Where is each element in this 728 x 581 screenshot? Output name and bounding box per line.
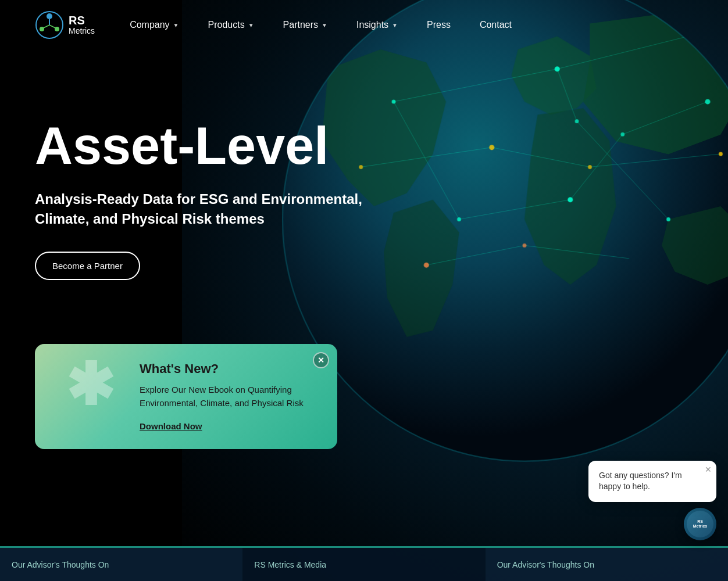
become-partner-button[interactable]: Become a Partner bbox=[35, 252, 140, 280]
popup-asterisk-icon: ✱ bbox=[52, 356, 128, 414]
svg-point-32 bbox=[47, 13, 52, 19]
chat-button-inner: RS Metrics bbox=[687, 511, 713, 537]
bottom-card-3[interactable]: Our Advisor's Thoughts On bbox=[486, 546, 728, 581]
svg-point-21 bbox=[705, 99, 711, 105]
popup-title: What's New? bbox=[140, 361, 320, 376]
nav-item-press[interactable]: Press bbox=[427, 20, 451, 30]
download-now-button[interactable]: Download Now bbox=[140, 421, 202, 431]
nav-item-products[interactable]: Products ▼ bbox=[208, 20, 254, 30]
popup-close-button[interactable]: ✕ bbox=[313, 352, 329, 368]
nav-item-insights[interactable]: Insights ▼ bbox=[356, 20, 398, 30]
bottom-card-3-text: Our Advisor's Thoughts On bbox=[497, 560, 594, 569]
svg-point-22 bbox=[575, 119, 579, 123]
logo-metrics: Metrics bbox=[69, 27, 95, 35]
popup-content: What's New? Explore Our New Ebook on Qua… bbox=[140, 361, 320, 432]
logo-icon bbox=[35, 10, 64, 40]
hero-section: Asset-Level Analysis-Ready Data for ESG … bbox=[0, 50, 407, 344]
nav-link-company[interactable]: Company ▼ bbox=[130, 20, 179, 30]
nav-link-contact[interactable]: Contact bbox=[480, 20, 512, 30]
nav-item-partners[interactable]: Partners ▼ bbox=[283, 20, 327, 30]
hero-title: Asset-Level bbox=[35, 120, 372, 172]
svg-point-35 bbox=[55, 27, 59, 31]
svg-point-25 bbox=[489, 145, 494, 150]
popup-description: Explore Our New Ebook on Quantifying Env… bbox=[140, 383, 320, 410]
svg-line-36 bbox=[44, 25, 49, 28]
chat-bubble-close-button[interactable]: ✕ bbox=[705, 465, 712, 474]
whats-new-popup: ✱ What's New? Explore Our New Ebook on Q… bbox=[35, 344, 337, 449]
chat-widget: ✕ Got any questions? I'm happy to help. … bbox=[588, 461, 716, 540]
svg-point-29 bbox=[523, 243, 527, 248]
bottom-cards: Our Advisor's Thoughts On RS Metrics & M… bbox=[0, 546, 728, 581]
logo-rs: RS bbox=[69, 14, 95, 27]
nav-item-company[interactable]: Company ▼ bbox=[130, 20, 179, 30]
svg-point-27 bbox=[719, 152, 723, 156]
chat-bubble-text: Got any questions? I'm happy to help. bbox=[599, 470, 706, 493]
svg-point-18 bbox=[457, 217, 461, 221]
nav-link-insights[interactable]: Insights ▼ bbox=[356, 20, 398, 30]
close-icon: ✕ bbox=[705, 465, 712, 474]
bottom-card-1[interactable]: Our Advisor's Thoughts On bbox=[0, 546, 242, 581]
svg-point-26 bbox=[588, 165, 592, 169]
svg-point-28 bbox=[424, 263, 429, 268]
svg-point-20 bbox=[620, 132, 624, 137]
bottom-card-2-text: RS Metrics & Media bbox=[254, 560, 326, 569]
chevron-down-icon: ▼ bbox=[392, 22, 398, 28]
svg-line-37 bbox=[49, 25, 55, 28]
navigation: RS Metrics Company ▼ Products ▼ Partners… bbox=[0, 0, 728, 50]
nav-link-products[interactable]: Products ▼ bbox=[208, 20, 254, 30]
svg-point-34 bbox=[40, 27, 44, 31]
chat-open-button[interactable]: RS Metrics bbox=[684, 508, 716, 540]
nav-links: Company ▼ Products ▼ Partners ▼ Insights… bbox=[130, 20, 512, 30]
hero-subtitle: Analysis-Ready Data for ESG and Environm… bbox=[35, 189, 372, 228]
close-icon: ✕ bbox=[317, 356, 324, 365]
nav-link-partners[interactable]: Partners ▼ bbox=[283, 20, 327, 30]
svg-point-16 bbox=[555, 66, 560, 71]
chat-logo: RS Metrics bbox=[693, 519, 708, 528]
svg-point-19 bbox=[568, 197, 573, 202]
chevron-down-icon: ▼ bbox=[248, 22, 254, 28]
bottom-card-1-text: Our Advisor's Thoughts On bbox=[12, 560, 109, 569]
nav-item-contact[interactable]: Contact bbox=[480, 20, 512, 30]
chevron-down-icon: ▼ bbox=[322, 22, 327, 28]
chat-bubble: ✕ Got any questions? I'm happy to help. bbox=[588, 461, 716, 502]
svg-point-23 bbox=[666, 217, 670, 221]
logo[interactable]: RS Metrics bbox=[35, 10, 95, 40]
chevron-down-icon: ▼ bbox=[173, 22, 179, 28]
nav-link-press[interactable]: Press bbox=[427, 20, 451, 30]
bottom-card-2[interactable]: RS Metrics & Media bbox=[242, 546, 485, 581]
